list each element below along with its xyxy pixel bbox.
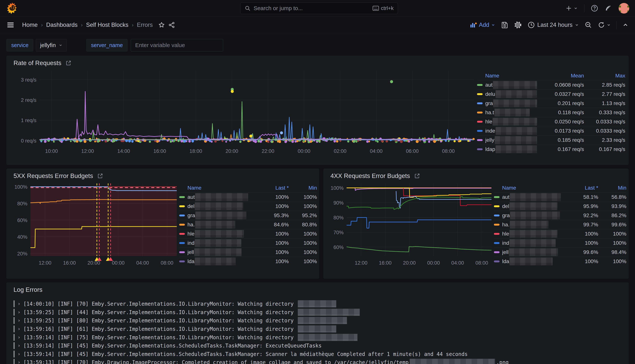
variable-server-name-label: server_name [86, 39, 127, 52]
svg-text:40%: 40% [17, 234, 28, 240]
log-level-bar [14, 309, 15, 316]
expand-chevron-icon[interactable]: › [18, 301, 20, 306]
variable-service-picker[interactable]: jellyfin [36, 39, 67, 52]
legend-row[interactable]: gra 92.2% 86.2% [494, 211, 626, 220]
series-min: 100% [598, 258, 626, 264]
legend-row[interactable]: lda 100% 100% [179, 257, 317, 266]
time-range-picker[interactable]: Last 24 hours [527, 21, 579, 29]
collapse-toolbar-button[interactable] [622, 22, 628, 28]
log-line[interactable]: › [13:59:25] [INF] [80] Emby.Server.Impl… [14, 316, 622, 325]
series-color-pill [494, 251, 499, 253]
legend-rows: aut 0.0608 req/s 2.85 req/s delu 0.0327 … [477, 80, 625, 154]
log-line[interactable]: › [13:59:13] [INF] [70] Emby.Drawing.Ima… [14, 358, 622, 364]
legend-header-mean[interactable]: Mean [537, 73, 584, 79]
external-link-icon[interactable] [97, 173, 103, 179]
series-color-pill [477, 139, 483, 141]
legend-row[interactable]: hle 0.0250 req/s 0.0333 req/s [477, 117, 625, 126]
legend-row[interactable]: inde 0.0173 req/s 0.0333 req/s [477, 126, 625, 136]
dashboard-settings-button[interactable] [514, 21, 522, 29]
svg-text:60%: 60% [333, 244, 344, 250]
legend-row[interactable]: ind 100% 100% [179, 238, 317, 248]
log-line[interactable]: › [13:59:14] [INF] [45] Emby.Server.Impl… [14, 342, 622, 350]
legend-row[interactable]: ha.t 0.118 req/s 0.333 req/s [477, 108, 625, 117]
legend-row[interactable]: ldap 0.167 req/s 0.167 req/s [477, 144, 625, 154]
series-name: ha. [502, 221, 564, 228]
legend-row[interactable]: hle 100% 100% [494, 229, 626, 238]
zoom-out-time-button[interactable] [584, 21, 592, 29]
news-button[interactable] [604, 4, 612, 12]
legend-row[interactable]: delu 0.0327 req/s 2.77 req/s [477, 90, 625, 99]
legend-row[interactable]: hle 100% 100% [179, 229, 317, 238]
legend-row[interactable]: gra 0.201 req/s 1.13 req/s [477, 99, 625, 108]
legend-row[interactable]: gra 95.3% 95.2% [179, 211, 317, 220]
favorite-button[interactable] [158, 22, 165, 28]
legend-row[interactable]: aut 0.0608 req/s 2.85 req/s [477, 80, 625, 90]
expand-chevron-icon[interactable]: › [18, 352, 20, 357]
help-button[interactable] [591, 4, 598, 12]
redacted-text [195, 239, 241, 247]
series-name: hle [502, 230, 564, 238]
expand-chevron-icon[interactable]: › [18, 335, 20, 340]
external-link-icon[interactable] [414, 173, 420, 179]
legend-row[interactable]: ha. 99.7% 99.6% [494, 220, 626, 229]
legend-header-name[interactable]: Name [188, 185, 255, 191]
legend-row[interactable]: jell 100% 100% [179, 248, 317, 257]
svg-text:02:00: 02:00 [334, 148, 347, 154]
global-search[interactable]: Search or jump to... ctrl+k [240, 2, 398, 14]
log-level-bar [14, 359, 15, 364]
breadcrumb-item-self-host-blocks[interactable]: Self Host Blocks [86, 22, 129, 28]
search-placeholder: Search or jump to... [254, 5, 369, 12]
log-line[interactable]: › [13:59:14] [INF] [45] Emby.Server.Impl… [14, 350, 622, 358]
share-button[interactable] [168, 22, 175, 28]
grafana-logo[interactable] [7, 2, 18, 14]
svg-text:80%: 80% [333, 215, 344, 220]
legend-header-name[interactable]: Name [485, 73, 537, 79]
legend-row[interactable]: del 95.9% 93.9% [494, 202, 626, 211]
series-mean: 0.118 req/s [537, 110, 584, 116]
save-dashboard-button[interactable] [501, 21, 508, 29]
log-line[interactable]: › [14:00:10] [INF] [70] Emby.Server.Impl… [14, 300, 622, 308]
user-avatar[interactable] [618, 3, 629, 14]
expand-chevron-icon[interactable]: › [18, 360, 20, 364]
legend-header-min[interactable]: Min [289, 185, 317, 191]
legend-row[interactable]: aut 100% 100% [179, 192, 317, 202]
mega-menu-button[interactable] [7, 21, 15, 29]
chevron-down-icon [59, 43, 63, 47]
legend-row[interactable]: aut 58.1% 56.8% [494, 192, 626, 202]
log-line[interactable]: › [13:59:14] [INF] [75] Emby.Server.Impl… [14, 333, 622, 342]
expand-chevron-icon[interactable]: › [18, 318, 20, 323]
redacted-text [509, 248, 558, 256]
legend-row[interactable]: jell 99.6% 98.4% [494, 248, 626, 257]
legend-row[interactable]: lda 100% 100% [494, 257, 626, 266]
variable-server-name-input[interactable] [131, 39, 223, 52]
series-min: 100% [289, 194, 317, 200]
legend-row[interactable]: jelly 0.185 req/s 2.33 req/s [477, 136, 625, 144]
series-name: lda [502, 258, 564, 265]
legend-row[interactable]: ha. 84.6% 80.8% [179, 220, 317, 229]
legend-header-last[interactable]: Last * [255, 185, 289, 191]
expand-chevron-icon[interactable]: › [18, 310, 20, 315]
breadcrumb-item-dashboards[interactable]: Dashboards [46, 22, 78, 28]
series-max: 0.333 req/s [584, 110, 625, 116]
new-button[interactable] [565, 5, 578, 12]
log-line[interactable]: › [13:59:16] [INF] [61] Emby.Server.Impl… [14, 325, 622, 333]
legend-header-name[interactable]: Name [502, 185, 564, 191]
external-link-icon[interactable] [66, 60, 72, 66]
legend-row[interactable]: del 100% 100% [179, 202, 317, 211]
refresh-button[interactable] [598, 21, 611, 29]
series-last: 100% [564, 258, 598, 264]
expand-chevron-icon[interactable]: › [18, 326, 20, 332]
4xx-error-budget-chart[interactable]: 60%70%80%90%100%12:0016:0020:0000:0004:0… [326, 180, 494, 269]
series-min: 99.6% [598, 222, 626, 228]
5xx-error-budget-chart[interactable]: 20%40%60%80%100%12:0016:0020:0000:0004:0… [10, 180, 179, 269]
legend-row[interactable]: ind 100% 100% [494, 238, 626, 248]
series-max: 2.77 req/s [584, 91, 625, 97]
legend-header-last[interactable]: Last * [564, 185, 598, 191]
legend-header-max[interactable]: Max [584, 73, 625, 79]
breadcrumb-item-home[interactable]: Home [22, 22, 38, 28]
expand-chevron-icon[interactable]: › [18, 343, 20, 348]
rate-of-requests-chart[interactable]: 0 req/s1 req/s2 req/s3 req/s10:0012:0014… [12, 68, 477, 156]
legend-header-min[interactable]: Min [598, 185, 626, 191]
add-panel-button[interactable]: Add [469, 21, 495, 29]
log-line[interactable]: › [13:59:25] [INF] [44] Emby.Server.Impl… [14, 308, 622, 316]
